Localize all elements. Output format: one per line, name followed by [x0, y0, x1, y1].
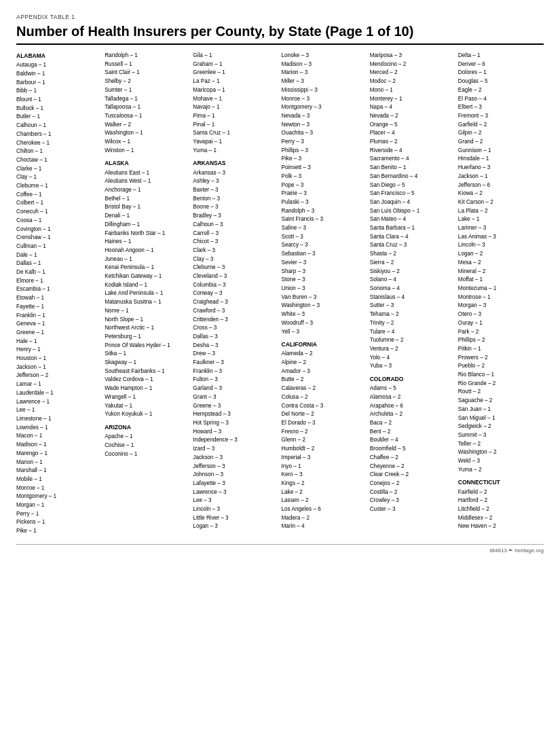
county-entry: Mariposa – 3 [370, 52, 453, 60]
county-entry: Delta – 1 [458, 52, 541, 60]
county-entry: Crawford – 3 [193, 307, 276, 316]
county-entry: Bradley – 3 [193, 212, 276, 221]
county-entry: El Paso – 4 [458, 95, 541, 104]
county-entry: Contra Costa – 3 [282, 402, 365, 411]
county-entry: Fremont – 3 [458, 112, 541, 121]
county-entry: Saguache – 2 [458, 397, 541, 405]
state-header-colorado: COLORADO [370, 375, 453, 384]
county-entry: Lake – 1 [458, 215, 541, 224]
county-entry: Lowndes – 1 [16, 424, 99, 433]
county-entry: Pope – 3 [282, 181, 365, 190]
county-entry: Alamosa – 2 [370, 393, 453, 402]
county-entry: Sitka – 1 [105, 350, 187, 359]
county-entry: Orange – 5 [370, 121, 453, 130]
county-entry: Middlesex – 2 [458, 514, 541, 523]
county-entry: Costilla – 2 [370, 488, 453, 497]
county-entry: Conecuh – 1 [16, 208, 99, 217]
county-entry: San Diego – 5 [370, 181, 453, 190]
county-entry: Cherokee – 1 [16, 139, 99, 148]
county-entry: Sierra – 2 [370, 259, 453, 268]
county-entry: Saint Clair – 1 [105, 69, 187, 77]
county-entry: Montrose – 1 [458, 293, 541, 302]
county-entry: Anchorage – 1 [105, 186, 187, 195]
county-entry: Elmore – 1 [16, 277, 99, 286]
county-entry: Blount – 1 [16, 96, 99, 105]
county-entry: San Luis Obispo – 1 [370, 207, 453, 216]
county-entry: Saline – 3 [282, 224, 365, 233]
county-entry: Cleburne – 1 [16, 182, 99, 191]
county-entry: Sacramento – 4 [370, 155, 453, 164]
county-entry: Drew – 3 [193, 350, 276, 359]
county-entry: Prowers – 2 [458, 354, 541, 363]
county-entry: Summit – 3 [458, 431, 541, 440]
county-entry: Franklin – 3 [193, 367, 276, 376]
county-entry: Greene – 3 [193, 402, 276, 411]
county-entry: Larimer – 3 [458, 224, 541, 233]
county-entry: Dallas – 1 [16, 259, 99, 268]
county-entry: Faulkner – 3 [193, 359, 276, 367]
county-entry: Chaffee – 2 [370, 454, 453, 463]
county-entry: Perry – 3 [282, 138, 365, 147]
county-entry: Sumter – 1 [105, 86, 187, 95]
county-entry: Izard – 3 [193, 445, 276, 454]
county-entry: Washington – 3 [282, 302, 365, 310]
county-entry: Monroe – 1 [16, 484, 99, 493]
county-entry: Sebastian – 3 [282, 250, 365, 259]
county-entry: Howard – 3 [193, 428, 276, 437]
county-entry: Kodiak Island – 1 [105, 281, 187, 290]
state-header-alabama: ALABAMA [16, 52, 99, 60]
county-entry: Litchfield – 2 [458, 505, 541, 514]
county-entry: Coconino – 1 [105, 450, 187, 459]
county-entry: Hoonah Angoon – 1 [105, 247, 187, 255]
county-entry: Walker – 2 [105, 121, 187, 130]
county-entry: Chilton – 1 [16, 147, 99, 156]
county-entry: Lawrence – 1 [16, 398, 99, 407]
county-entry: Montgomery – 3 [282, 103, 365, 112]
state-header-alaska: ALASKA [105, 159, 187, 168]
county-entry: Butte – 2 [282, 376, 365, 384]
county-entry: San Mateo – 4 [370, 215, 453, 224]
county-entry: Bibb – 1 [16, 87, 99, 96]
county-entry: Madison – 1 [16, 441, 99, 450]
county-entry: Hale – 1 [16, 338, 99, 346]
county-entry: Bullock – 1 [16, 105, 99, 113]
county-entry: Coffee – 1 [16, 191, 99, 200]
county-entry: Boulder – 4 [370, 436, 453, 445]
county-entry: Kenai Peninsula – 1 [105, 264, 187, 272]
county-entry: Escambia – 1 [16, 285, 99, 294]
county-entry: Yavapai – 1 [193, 138, 276, 147]
county-entry: Tulare – 4 [370, 328, 453, 337]
county-entry: Calhoun – 3 [193, 221, 276, 230]
county-entry: Poinsett – 3 [282, 164, 365, 173]
county-entry: Lafayette – 3 [193, 480, 276, 488]
county-entry: Haines – 1 [105, 238, 187, 247]
county-entry: Benton – 3 [193, 195, 276, 204]
county-entry: Tallapoosa – 1 [105, 103, 187, 112]
county-entry: Macon – 1 [16, 432, 99, 441]
county-entry: Pulaski – 3 [282, 198, 365, 207]
county-entry: Newton – 3 [282, 121, 365, 130]
county-entry: Barbour – 1 [16, 79, 99, 88]
county-entry: Independence – 3 [193, 436, 276, 445]
county-entry: Houston – 1 [16, 355, 99, 363]
county-entry: Cheyenne – 2 [370, 463, 453, 471]
county-entry: Apache – 1 [105, 433, 187, 441]
column-5: Mariposa – 3Mendocino – 2Merced – 2Modoc… [367, 52, 455, 514]
county-entry: Bethel – 1 [105, 195, 187, 204]
county-entry: Colbert – 1 [16, 199, 99, 208]
county-entry: Marengo – 1 [16, 450, 99, 458]
county-entry: Geneva – 1 [16, 320, 99, 329]
county-entry: Humboldt – 2 [282, 445, 365, 454]
county-entry: North Slope – 1 [105, 316, 187, 325]
county-entry: Nevada – 3 [282, 112, 365, 121]
county-entry: Crittenden – 3 [193, 316, 276, 325]
county-entry: Marion – 1 [16, 458, 99, 467]
county-entry: Solano – 4 [370, 276, 453, 285]
county-entry: Clay – 1 [16, 173, 99, 182]
county-entry: Bent – 2 [370, 428, 453, 437]
county-entry: Sonoma – 4 [370, 285, 453, 293]
county-entry: Alameda – 2 [282, 350, 365, 359]
county-entry: San Juan – 1 [458, 405, 541, 414]
state-header-arizona: ARIZONA [105, 423, 187, 432]
county-entry: Van Buren – 3 [282, 293, 365, 302]
